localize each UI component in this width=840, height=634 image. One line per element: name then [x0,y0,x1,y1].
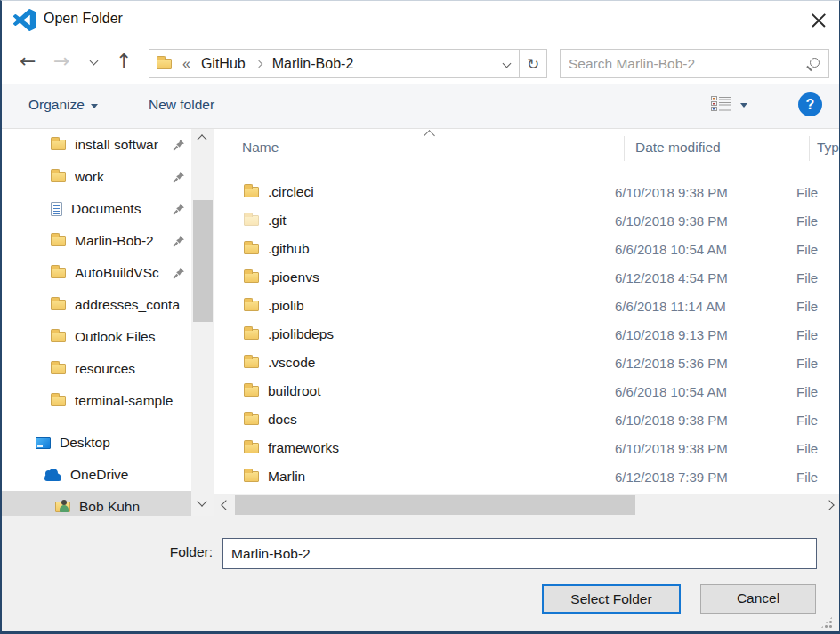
folder-icon [51,268,66,278]
scroll-up-icon[interactable] [197,134,206,144]
content-area: install softwar work Documents Marlin-Bo… [2,129,839,516]
sidebar-item-label: Bob Kuhn [79,499,191,515]
search-input[interactable] [561,56,806,72]
column-header-date-modified[interactable]: Date modified [635,140,721,156]
folder-icon [244,187,259,197]
breadcrumb-item-github[interactable]: GitHub [201,56,246,72]
sidebar-item[interactable]: OneDrive [2,459,191,491]
sidebar-scrollbar[interactable] [191,129,214,516]
sidebar-item[interactable]: Documents [2,193,191,225]
address-dropdown-chevron-icon[interactable] [503,60,512,68]
file-name: frameworks [268,440,615,456]
column-header-type[interactable]: Typ [817,140,839,156]
sidebar-item[interactable]: install softwar [2,129,191,161]
recent-locations-chevron-icon[interactable] [90,57,99,66]
vscode-icon [13,9,36,31]
folder-name-input[interactable] [222,538,817,569]
file-row[interactable]: .github 6/6/2018 10:54 AM File [214,235,839,263]
sidebar-item-label: Outlook Files [75,329,191,345]
folder-icon [244,244,259,254]
back-icon[interactable]: ← [20,48,36,75]
scroll-right-icon[interactable] [824,500,834,510]
sidebar-item[interactable]: Desktop [2,427,191,459]
command-toolbar: Organize New folder ? [2,84,839,129]
new-folder-button[interactable]: New folder [149,97,214,113]
file-type: File [796,299,839,314]
sidebar-item[interactable]: work [2,161,191,193]
select-folder-button[interactable]: Select Folder [542,584,681,614]
sidebar-item-label: addresses_conta [75,297,191,313]
folder-icon [51,332,66,342]
folder-icon [51,300,66,310]
organize-button[interactable]: Organize [28,97,98,113]
pin-icon [173,139,185,151]
folder-icon [244,471,259,482]
onedrive-icon [44,473,61,481]
views-caret-icon [740,103,747,108]
file-row[interactable]: .piolibdeps 6/10/2018 9:13 PM File [214,320,839,349]
organize-caret-icon [91,104,98,108]
folder-icon [244,386,259,397]
pin-icon [173,267,185,279]
resize-grip[interactable] [820,616,833,629]
file-row[interactable]: Marlin 6/12/2018 7:39 PM File [214,462,839,491]
pin-icon [173,171,185,183]
up-icon[interactable]: ↑ [116,48,132,75]
file-date-modified: 6/12/2018 7:39 PM [615,469,796,485]
folder-icon [51,236,66,246]
cancel-button[interactable]: Cancel [700,584,816,614]
file-date-modified: 6/12/2018 5:36 PM [615,356,796,371]
sidebar-item[interactable]: addresses_conta [2,289,191,321]
column-header-name[interactable]: Name [242,140,279,156]
refresh-icon[interactable]: ↻ [520,55,546,73]
search-icon[interactable] [806,57,820,71]
folder-icon [244,357,259,368]
sidebar-item-label: resources [75,361,191,377]
change-view-button[interactable] [711,96,747,111]
file-name: .pioenvs [268,269,615,285]
file-row[interactable]: .pioenvs 6/12/2018 4:54 PM File [214,263,839,292]
sidebar-item[interactable]: Marlin-Bob-2 [2,225,191,257]
breadcrumb-item-marlin-bob-2[interactable]: Marlin-Bob-2 [272,56,354,72]
folder-icon [244,215,259,226]
file-row[interactable]: frameworks 6/10/2018 9:38 PM File [214,434,839,462]
breadcrumb-overflow[interactable]: « [182,56,190,72]
file-date-modified: 6/12/2018 4:54 PM [615,270,796,285]
file-type: File [796,469,839,485]
sidebar-item-label: Desktop [60,435,191,451]
file-row[interactable]: docs 6/10/2018 9:38 PM File [214,405,839,434]
horizontal-scrollbar[interactable] [214,494,839,516]
file-type: File [796,327,839,342]
details-view-icon [711,96,731,111]
scroll-down-icon[interactable] [197,496,206,506]
file-type: File [796,242,839,257]
sidebar-item[interactable]: Bob Kuhn [2,491,191,516]
file-date-modified: 6/10/2018 9:38 PM [615,413,796,428]
file-type: File [796,213,839,229]
sidebar-item[interactable]: Outlook Files [2,321,191,353]
scroll-left-icon[interactable] [221,500,230,510]
sidebar-item[interactable]: terminal-sample [2,385,191,417]
file-row[interactable]: buildroot 6/6/2018 10:54 AM File [214,377,839,405]
pin-icon [173,203,185,215]
file-name: .piolibdeps [268,326,615,342]
file-row[interactable]: .vscode 6/12/2018 5:36 PM File [214,349,839,377]
file-name: docs [268,412,615,428]
help-button[interactable]: ? [798,92,822,116]
folder-icon [51,172,66,182]
sidebar-scrollbar-thumb[interactable] [193,200,213,322]
horizontal-scrollbar-thumb[interactable] [235,495,635,515]
file-row[interactable]: .git 6/10/2018 9:38 PM File [214,206,839,235]
file-row[interactable]: .piolib 6/6/2018 11:14 AM File [214,292,839,320]
open-folder-dialog: Open Folder ← → ↑ « GitHub Marlin-Bob-2 … [0,0,840,634]
column-headers: Name Date modified Typ [214,129,839,167]
file-name: Marlin [268,469,615,485]
folder-icon [51,140,66,150]
address-bar[interactable]: « GitHub Marlin-Bob-2 ↻ [149,49,547,78]
close-icon[interactable] [808,10,829,31]
sidebar-item[interactable]: resources [2,353,191,385]
sidebar-item[interactable]: AutoBuildVSc [2,257,191,289]
file-date-modified: 6/10/2018 9:38 PM [615,185,796,200]
file-list: Name Date modified Typ .circleci 6/10/20… [214,129,839,516]
file-row[interactable]: .circleci 6/10/2018 9:38 PM File [214,178,839,206]
